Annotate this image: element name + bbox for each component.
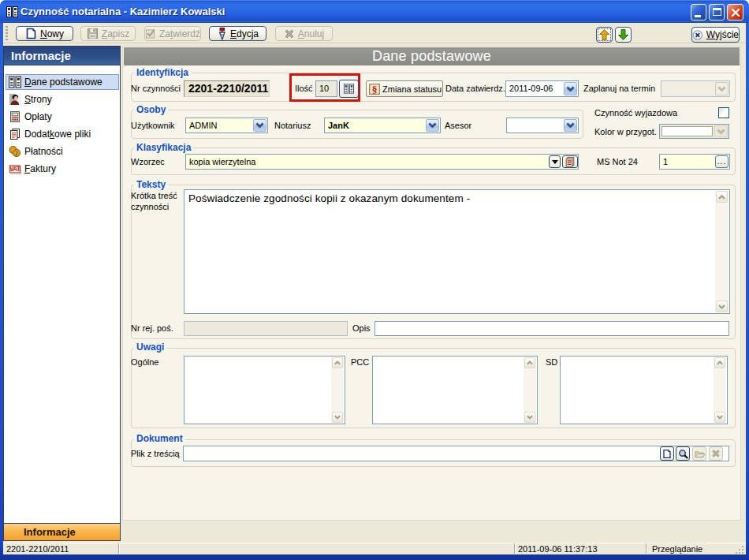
svg-text:2: 2	[15, 150, 18, 157]
svg-text:§: §	[372, 84, 378, 95]
svg-text:VAT: VAT	[9, 166, 20, 173]
